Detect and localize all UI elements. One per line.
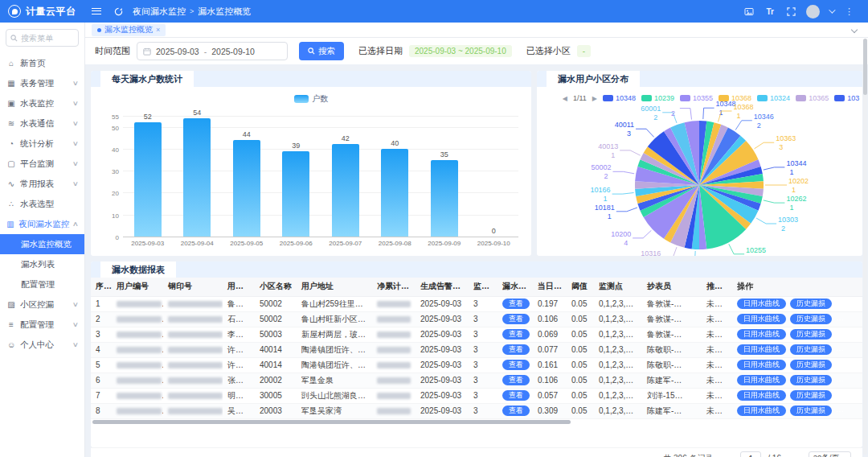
prev-page-button[interactable]: ‹	[731, 454, 735, 457]
horizontal-scrollbar[interactable]	[92, 420, 571, 424]
view-detail-button[interactable]: 查看	[502, 314, 530, 324]
sidebar-item-meter-affairs[interactable]: ▦ 表务管理∨	[0, 73, 84, 93]
date-range-picker[interactable]: 2025-09-03 - 2025-09-10	[137, 42, 288, 60]
translate-icon[interactable]: Tr	[767, 7, 774, 16]
date-separator: -	[204, 47, 207, 56]
action-button-历史漏损[interactable]: 历史漏损	[790, 329, 832, 340]
last-page-button[interactable]: »	[797, 454, 802, 457]
sidebar-subitem-漏水监控概览[interactable]: 漏水监控概览	[0, 234, 84, 254]
legend-item-103[interactable]: 103	[834, 94, 859, 102]
tabbar-chevron-icon[interactable]	[851, 27, 858, 33]
sidebar-item-common-reports[interactable]: ∿ 常用报表∨	[0, 174, 84, 194]
view-detail-button[interactable]: 查看	[502, 390, 530, 401]
action-button-日用水曲线[interactable]: 日用水曲线	[737, 314, 786, 324]
action-button-历史漏损[interactable]: 历史漏损	[790, 390, 832, 401]
user-avatar[interactable]	[806, 5, 820, 19]
view-detail-button[interactable]: 查看	[502, 375, 530, 385]
chevron-down-icon: ∨	[72, 100, 79, 107]
tab-leak-overview[interactable]: 漏水监控概览 ×	[92, 24, 166, 36]
user-menu-chevron-icon[interactable]	[829, 6, 835, 13]
legend-swatch-icon	[757, 95, 768, 101]
close-tab-icon[interactable]: ×	[156, 26, 160, 34]
bar-2025-09-09[interactable]: 35 2025-09-09	[420, 116, 469, 237]
sidebar-item-community-leak[interactable]: ▨ 小区控漏∨	[0, 294, 84, 315]
kebab-menu-icon[interactable]: ⋮	[845, 6, 854, 17]
sidebar-subitem-配置管理[interactable]: 配置管理	[0, 274, 84, 294]
picked-area-badge: -	[577, 45, 591, 57]
next-page-button[interactable]: ›	[788, 454, 791, 457]
legend-item-10324[interactable]: 10324	[757, 94, 790, 102]
view-detail-button[interactable]: 查看	[502, 298, 530, 309]
svg-text:1: 1	[608, 212, 612, 220]
bar-2025-09-07[interactable]: 42 2025-09-07	[321, 116, 371, 237]
sidebar-item-meter-monitor[interactable]: ▣ 水表监控∨	[0, 93, 84, 113]
vertical-scrollbar[interactable]	[863, 39, 867, 455]
view-detail-button[interactable]: 查看	[502, 406, 530, 416]
view-detail-button[interactable]: 查看	[502, 344, 530, 355]
bar-2025-09-08[interactable]: 40 2025-09-08	[371, 116, 420, 237]
legend-next-icon[interactable]: ▶	[592, 95, 597, 102]
action-button-历史漏损[interactable]: 历史漏损	[790, 406, 832, 416]
sidebar-item-config-mgmt[interactable]: ≡ 配置管理∨	[0, 315, 84, 335]
sidebar-subitem-漏水列表[interactable]: 漏水列表	[0, 254, 84, 274]
first-page-button[interactable]: «	[720, 454, 725, 457]
action-button-日用水曲线[interactable]: 日用水曲线	[737, 406, 786, 416]
screenshot-icon[interactable]	[744, 7, 754, 16]
action-button-日用水曲线[interactable]: 日用水曲线	[737, 390, 786, 401]
date-end-value[interactable]: 2025-09-10	[211, 47, 255, 56]
sidebar-item-platform-monitor[interactable]: ▢ 平台监测∨	[0, 154, 84, 174]
fullscreen-icon[interactable]	[787, 7, 796, 16]
action-button-历史漏损[interactable]: 历史漏损	[790, 375, 832, 385]
table-scroll-area[interactable]: 序号用户编号钢印号用户名小区名称用户地址净累计流量生成告警日期监测天数漏水详情当…	[91, 278, 862, 419]
bar-2025-09-06[interactable]: 39 2025-09-06	[272, 116, 321, 237]
bar-2025-09-05[interactable]: 44 2025-09-05	[222, 116, 272, 237]
legend-item-10368[interactable]: 10368	[719, 94, 751, 102]
action-button-日用水曲线[interactable]: 日用水曲线	[737, 360, 786, 370]
sidebar-item-personal-center[interactable]: ☺ 个人中心∨	[0, 335, 84, 355]
bar-2025-09-04[interactable]: 54 2025-09-04	[173, 116, 223, 237]
sidebar-item-meter-selection[interactable]: ∴ 水表选型	[0, 194, 84, 214]
refresh-icon[interactable]	[114, 7, 123, 16]
date-start-value[interactable]: 2025-09-03	[156, 47, 199, 56]
table-row: 1 鲁常义 50002 鲁山村259往里面走很远 2025-09-03 3 查看…	[91, 296, 862, 311]
bar-2025-09-03[interactable]: 52 2025-09-03	[123, 116, 173, 237]
table-row: 3 李相海 50003 新屋村两层，玻璃栏杆 2025-09-03 3 查看 0…	[91, 327, 862, 342]
action-button-日用水曲线[interactable]: 日用水曲线	[737, 329, 786, 340]
action-button-历史漏损[interactable]: 历史漏损	[790, 298, 832, 309]
collapse-menu-icon[interactable]	[92, 8, 101, 14]
view-detail-button[interactable]: 查看	[502, 360, 530, 370]
action-button-历史漏损[interactable]: 历史漏损	[790, 314, 832, 324]
legend-swatch-icon	[680, 95, 690, 101]
svg-text:10262: 10262	[786, 195, 806, 203]
search-button[interactable]: 搜索	[299, 42, 344, 60]
sidebar-search-input[interactable]	[21, 34, 69, 43]
sidebar-item-home[interactable]: ⌂ 新首页	[0, 53, 84, 73]
legend-item-10355[interactable]: 10355	[680, 94, 713, 102]
sidebar: ⌂ 新首页▦ 表务管理∨▣ 水表监控∨≋ 水表通信∨◔ 统计分析∨▢ 平台监测∨…	[0, 23, 85, 457]
bar-2025-09-10[interactable]: 0 2025-09-10	[469, 116, 519, 237]
page-number-input[interactable]: 1	[740, 451, 761, 457]
legend-item-10239[interactable]: 10239	[641, 94, 674, 102]
sidebar-item-night-leak-monitor[interactable]: ▥ 夜间漏水监控∧	[0, 214, 84, 234]
action-button-日用水曲线[interactable]: 日用水曲线	[737, 375, 786, 385]
legend-item-10365[interactable]: 10365	[796, 94, 829, 102]
action-button-日用水曲线[interactable]: 日用水曲线	[737, 344, 786, 355]
breadcrumb-parent[interactable]: 夜间漏水监控	[133, 6, 186, 18]
action-button-日用水曲线[interactable]: 日用水曲线	[737, 298, 786, 309]
view-detail-button[interactable]: 查看	[502, 329, 530, 340]
legend-swatch-icon	[294, 95, 309, 103]
sidebar-item-stats-analysis[interactable]: ◔ 统计分析∨	[0, 134, 84, 154]
legend-item-10348[interactable]: 10348	[603, 94, 636, 102]
legend-prev-icon[interactable]: ◀	[563, 95, 567, 102]
table-row: 7 明廷武 30005 剅头山北熊湖良种场 2025-09-03 3 查看 0.…	[91, 388, 862, 403]
svg-text:40013: 40013	[598, 142, 618, 150]
table-row: 2 石则利 50002 鲁山村旺新小区12，两层 2025-09-03 3 查看…	[91, 311, 862, 327]
bar-legend[interactable]: 户数	[91, 93, 531, 105]
col-header-用户地址: 用户地址	[297, 278, 372, 296]
svg-text:10346: 10346	[754, 113, 774, 121]
action-button-历史漏损[interactable]: 历史漏损	[790, 360, 832, 370]
action-button-历史漏损[interactable]: 历史漏损	[790, 344, 832, 355]
page-size-select[interactable]: 20条/页	[809, 451, 851, 457]
sidebar-item-meter-comm[interactable]: ≋ 水表通信∨	[0, 113, 84, 134]
sidebar-search[interactable]	[6, 29, 79, 47]
